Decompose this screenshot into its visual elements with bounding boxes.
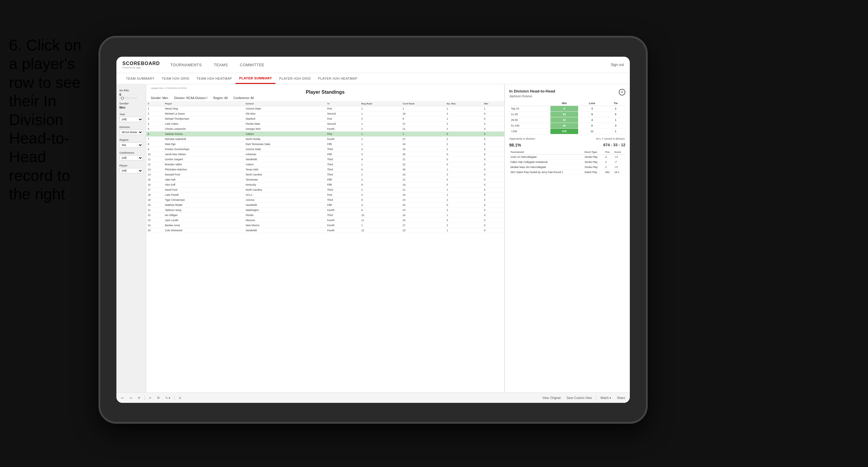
- cell-player: Matthew Riedel: [163, 203, 244, 208]
- cell-win: 0: [483, 137, 504, 142]
- center-panel: Update time: 27/03/2024 16:56:26 Player …: [146, 85, 504, 393]
- h2h-tie: 1: [606, 129, 625, 134]
- cell-rds: 0: [445, 111, 483, 116]
- nav-tournaments[interactable]: TOURNAMENTS: [169, 63, 204, 67]
- tourn-score: -7: [613, 160, 625, 165]
- cell-num: 13: [146, 167, 163, 172]
- player-select[interactable]: (All): [119, 168, 143, 174]
- table-row[interactable]: 5 Christo Lamprecht Georgia Tech Fourth …: [146, 127, 504, 132]
- copy-button[interactable]: ⧉: [156, 395, 161, 400]
- watch-button[interactable]: Watch ▾: [599, 396, 613, 400]
- table-row[interactable]: 7 Nicholas Gabrelcik North Florida Fourt…: [146, 137, 504, 142]
- table-row[interactable]: 8 Mats Ege East Tennessee State Fifth 1 …: [146, 142, 504, 147]
- cell-player: Preston Summerhays: [163, 147, 244, 152]
- subnav-player-summary[interactable]: PLAYER SUMMARY: [236, 73, 276, 84]
- no-rds-slider[interactable]: [119, 98, 137, 98]
- division-select[interactable]: NCAA Division I: [119, 129, 143, 135]
- cell-conf: 24: [401, 142, 445, 147]
- region-select[interactable]: N/a: [119, 142, 143, 148]
- table-row[interactable]: 15 Jake Hall Tennessee Fifth 2 21 0 0: [146, 177, 504, 182]
- share-button[interactable]: Share: [615, 396, 627, 400]
- cell-rds: 2: [445, 208, 483, 213]
- undo-button[interactable]: ↩: [119, 396, 125, 400]
- filter-conference: Conference: All: [234, 96, 254, 100]
- table-row[interactable]: 18 Luke Powell UCLA First 4 24 1 0: [146, 192, 504, 197]
- sign-out-button[interactable]: Sign out: [611, 63, 624, 67]
- logo-subtitle: Powered by clippi: [122, 66, 160, 69]
- table-row[interactable]: 14 Maxwell Ford North Carolina Third 2 2…: [146, 172, 504, 177]
- edit-button[interactable]: ✎ ▾: [163, 396, 172, 400]
- cell-conf: 23: [401, 197, 445, 203]
- h2h-win: 46: [550, 123, 578, 129]
- table-row[interactable]: 10 Jacob Max Olesen Arkansas Fifth 3 25 …: [146, 152, 504, 157]
- cell-player: Christo Lamprecht: [163, 127, 244, 132]
- cell-yr: Third: [326, 172, 360, 177]
- table-row[interactable]: 17 David Ford North Carolina Third 2 21 …: [146, 187, 504, 192]
- circle-button[interactable]: ⊙: [177, 396, 183, 400]
- table-row[interactable]: 4 Luke Claton Florida State Second 1 27 …: [146, 121, 504, 127]
- cell-conf: 30: [401, 167, 445, 172]
- table-row[interactable]: 11 Gordon Sargent Vanderbilt Third 4 21 …: [146, 157, 504, 162]
- cell-player: Tiger Christensen: [163, 197, 244, 203]
- cell-player: Mats Ege: [163, 142, 244, 147]
- h2h-loss: 4: [578, 117, 606, 123]
- refresh-button[interactable]: ⟳: [136, 396, 142, 400]
- table-row[interactable]: 9 Preston Summerhays Arizona State Third…: [146, 147, 504, 152]
- sidebar-division: Division NCAA Division I: [119, 126, 143, 135]
- subnav-player-h2h-grid[interactable]: PLAYER H2H GRID: [276, 73, 314, 84]
- no-rds-label: No Rds.: [119, 89, 143, 92]
- cell-rds: 0: [445, 157, 483, 162]
- cell-player: Jack Lundin: [163, 218, 244, 223]
- table-row[interactable]: 22 Ian Gilligan Florida Third 10 24 1 0: [146, 213, 504, 218]
- subnav-team-h2h-heatmap[interactable]: TEAM H2H HEATMAP: [193, 73, 236, 84]
- tourn-col-pos: Pos: [604, 150, 613, 155]
- year-select[interactable]: (All): [119, 117, 143, 122]
- table-row[interactable]: 6 Jackson Koivun Auburn First 1 1 0 0: [146, 132, 504, 137]
- save-custom-view-button[interactable]: Save Custom View: [565, 396, 593, 400]
- table-row[interactable]: 1 Wenyi Ding Arizona State First 1 1 1 1: [146, 106, 504, 111]
- conference-select[interactable]: (All): [119, 155, 143, 160]
- table-row[interactable]: 12 Brendan Valles Auburn Third 1 22 0 0: [146, 162, 504, 167]
- nav-committee[interactable]: COMMITTEE: [239, 63, 266, 67]
- cell-school: Vanderbilt: [244, 228, 326, 233]
- tourn-pos: 2: [604, 160, 613, 165]
- table-row[interactable]: 24 Bastien Amat New Mexico Fourth 1 27 2…: [146, 223, 504, 228]
- table-row[interactable]: 20 Matthew Riedel Vanderbilt Fifth 3 20 …: [146, 203, 504, 208]
- cut-button[interactable]: ✂: [147, 396, 153, 400]
- cell-reg: 10: [360, 213, 401, 218]
- subnav-team-summary[interactable]: TEAM SUMMARY: [122, 73, 158, 84]
- cell-num: 3: [146, 116, 163, 121]
- filter-row: Gender: Men Division: NCAA Division I Re…: [151, 96, 500, 100]
- table-row[interactable]: 2 Michael La Sasso Ole Miss Second 1 18 …: [146, 111, 504, 116]
- table-row[interactable]: 13 Phichaksn Maichon Texas A&M Third 6 3…: [146, 167, 504, 172]
- subnav-team-h2h-grid[interactable]: TEAM H2H GRID: [158, 73, 193, 84]
- redo-button[interactable]: ↪: [128, 396, 134, 400]
- view-original-button[interactable]: View: Original: [540, 396, 563, 400]
- cell-school: Arkansas: [244, 152, 326, 157]
- h2h-loss: 11: [578, 129, 606, 134]
- table-row[interactable]: 19 Tiger Christensen Arizona Third 8 23 …: [146, 197, 504, 203]
- h2h-stats-row: 98.1% 674 - 33 - 12: [509, 143, 625, 147]
- table-row[interactable]: 3 Michael Thorbjornsen Stanford First 2 …: [146, 116, 504, 121]
- cell-num: 24: [146, 223, 163, 228]
- cell-player: Michael Thorbjornsen: [163, 116, 244, 121]
- cell-num: 11: [146, 157, 163, 162]
- nav-teams[interactable]: TEAMS: [212, 63, 229, 67]
- gender-value: Men: [119, 106, 143, 109]
- sidebar-player: Player (All): [119, 164, 143, 174]
- cell-num: 5: [146, 127, 163, 132]
- table-row[interactable]: 25 Cole Sherwood Vanderbilt Fourth 12 23…: [146, 228, 504, 233]
- subnav-player-h2h-heatmap[interactable]: PLAYER H2H HEATMAP: [314, 73, 361, 84]
- cell-reg: 8: [360, 182, 401, 187]
- cell-yr: Fifth: [326, 182, 360, 187]
- cell-win: 0: [483, 177, 504, 182]
- table-row[interactable]: 16 Alex Goff Kentucky Fifth 8 19 0 0: [146, 182, 504, 187]
- table-row[interactable]: 23 Jack Lundin Missouri Fourth 11 24 0 0: [146, 218, 504, 223]
- tourn-name: Fallen Oak Collegiate Invitational: [509, 160, 584, 165]
- tournament-row: Mirabel Maui Jim Intercollegiate Stroke …: [509, 165, 625, 170]
- cell-school: Vanderbilt: [244, 203, 326, 208]
- h2h-close-button[interactable]: ✕: [619, 89, 625, 95]
- table-row[interactable]: 21 Taehoon Song Washington Fourth 6 23 2…: [146, 208, 504, 213]
- cell-rds: 1: [445, 106, 483, 111]
- h2h-row: Top 10 8 3 2: [509, 106, 625, 112]
